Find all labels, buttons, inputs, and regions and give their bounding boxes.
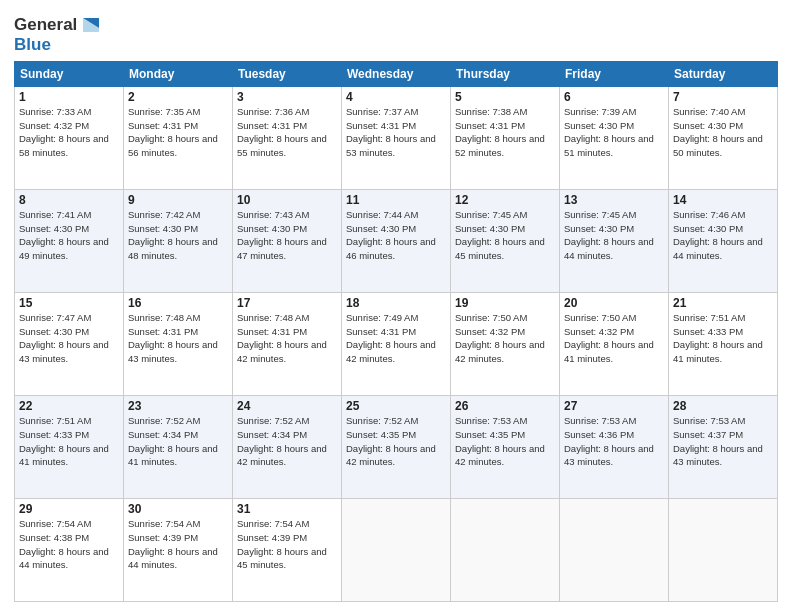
week-row-3: 15 Sunrise: 7:47 AMSunset: 4:30 PMDaylig… xyxy=(15,292,778,395)
page: General Blue SundayMondayTuesdayWednesda… xyxy=(0,0,792,612)
week-row-1: 1 Sunrise: 7:33 AMSunset: 4:32 PMDayligh… xyxy=(15,86,778,189)
day-number: 17 xyxy=(237,296,337,310)
calendar-cell: 15 Sunrise: 7:47 AMSunset: 4:30 PMDaylig… xyxy=(15,292,124,395)
calendar-cell: 4 Sunrise: 7:37 AMSunset: 4:31 PMDayligh… xyxy=(342,86,451,189)
calendar-cell: 9 Sunrise: 7:42 AMSunset: 4:30 PMDayligh… xyxy=(124,189,233,292)
weekday-header-sunday: Sunday xyxy=(15,61,124,86)
weekday-header-monday: Monday xyxy=(124,61,233,86)
calendar-cell: 5 Sunrise: 7:38 AMSunset: 4:31 PMDayligh… xyxy=(451,86,560,189)
calendar-cell: 25 Sunrise: 7:52 AMSunset: 4:35 PMDaylig… xyxy=(342,395,451,498)
day-number: 31 xyxy=(237,502,337,516)
day-info: Sunrise: 7:38 AMSunset: 4:31 PMDaylight:… xyxy=(455,106,545,158)
calendar-cell xyxy=(451,498,560,601)
weekday-header-saturday: Saturday xyxy=(669,61,778,86)
day-info: Sunrise: 7:52 AMSunset: 4:35 PMDaylight:… xyxy=(346,415,436,467)
day-number: 16 xyxy=(128,296,228,310)
day-number: 8 xyxy=(19,193,119,207)
calendar-cell: 11 Sunrise: 7:44 AMSunset: 4:30 PMDaylig… xyxy=(342,189,451,292)
day-info: Sunrise: 7:51 AMSunset: 4:33 PMDaylight:… xyxy=(673,312,763,364)
day-info: Sunrise: 7:54 AMSunset: 4:39 PMDaylight:… xyxy=(237,518,327,570)
day-info: Sunrise: 7:49 AMSunset: 4:31 PMDaylight:… xyxy=(346,312,436,364)
day-info: Sunrise: 7:50 AMSunset: 4:32 PMDaylight:… xyxy=(455,312,545,364)
day-info: Sunrise: 7:52 AMSunset: 4:34 PMDaylight:… xyxy=(128,415,218,467)
day-number: 19 xyxy=(455,296,555,310)
day-info: Sunrise: 7:43 AMSunset: 4:30 PMDaylight:… xyxy=(237,209,327,261)
day-number: 1 xyxy=(19,90,119,104)
calendar-cell: 7 Sunrise: 7:40 AMSunset: 4:30 PMDayligh… xyxy=(669,86,778,189)
calendar-cell: 14 Sunrise: 7:46 AMSunset: 4:30 PMDaylig… xyxy=(669,189,778,292)
day-info: Sunrise: 7:47 AMSunset: 4:30 PMDaylight:… xyxy=(19,312,109,364)
day-info: Sunrise: 7:48 AMSunset: 4:31 PMDaylight:… xyxy=(237,312,327,364)
calendar-cell: 2 Sunrise: 7:35 AMSunset: 4:31 PMDayligh… xyxy=(124,86,233,189)
day-info: Sunrise: 7:37 AMSunset: 4:31 PMDaylight:… xyxy=(346,106,436,158)
day-info: Sunrise: 7:53 AMSunset: 4:37 PMDaylight:… xyxy=(673,415,763,467)
day-number: 30 xyxy=(128,502,228,516)
day-number: 23 xyxy=(128,399,228,413)
day-info: Sunrise: 7:44 AMSunset: 4:30 PMDaylight:… xyxy=(346,209,436,261)
day-info: Sunrise: 7:39 AMSunset: 4:30 PMDaylight:… xyxy=(564,106,654,158)
weekday-header-thursday: Thursday xyxy=(451,61,560,86)
day-number: 14 xyxy=(673,193,773,207)
day-number: 6 xyxy=(564,90,664,104)
weekday-header-friday: Friday xyxy=(560,61,669,86)
calendar-cell: 12 Sunrise: 7:45 AMSunset: 4:30 PMDaylig… xyxy=(451,189,560,292)
day-info: Sunrise: 7:46 AMSunset: 4:30 PMDaylight:… xyxy=(673,209,763,261)
day-number: 15 xyxy=(19,296,119,310)
day-info: Sunrise: 7:42 AMSunset: 4:30 PMDaylight:… xyxy=(128,209,218,261)
day-number: 25 xyxy=(346,399,446,413)
calendar-cell xyxy=(669,498,778,601)
day-number: 24 xyxy=(237,399,337,413)
calendar-cell: 19 Sunrise: 7:50 AMSunset: 4:32 PMDaylig… xyxy=(451,292,560,395)
day-info: Sunrise: 7:36 AMSunset: 4:31 PMDaylight:… xyxy=(237,106,327,158)
day-info: Sunrise: 7:33 AMSunset: 4:32 PMDaylight:… xyxy=(19,106,109,158)
calendar-cell: 1 Sunrise: 7:33 AMSunset: 4:32 PMDayligh… xyxy=(15,86,124,189)
day-number: 3 xyxy=(237,90,337,104)
logo-icon xyxy=(79,14,101,36)
day-info: Sunrise: 7:52 AMSunset: 4:34 PMDaylight:… xyxy=(237,415,327,467)
day-number: 26 xyxy=(455,399,555,413)
day-info: Sunrise: 7:54 AMSunset: 4:38 PMDaylight:… xyxy=(19,518,109,570)
day-number: 28 xyxy=(673,399,773,413)
day-number: 2 xyxy=(128,90,228,104)
logo-text-blue: Blue xyxy=(14,35,51,54)
header: General Blue xyxy=(14,10,778,55)
day-info: Sunrise: 7:54 AMSunset: 4:39 PMDaylight:… xyxy=(128,518,218,570)
calendar-cell: 28 Sunrise: 7:53 AMSunset: 4:37 PMDaylig… xyxy=(669,395,778,498)
calendar-cell: 27 Sunrise: 7:53 AMSunset: 4:36 PMDaylig… xyxy=(560,395,669,498)
calendar-cell: 20 Sunrise: 7:50 AMSunset: 4:32 PMDaylig… xyxy=(560,292,669,395)
weekday-header-tuesday: Tuesday xyxy=(233,61,342,86)
calendar-table: SundayMondayTuesdayWednesdayThursdayFrid… xyxy=(14,61,778,602)
day-number: 10 xyxy=(237,193,337,207)
calendar-cell: 29 Sunrise: 7:54 AMSunset: 4:38 PMDaylig… xyxy=(15,498,124,601)
logo: General Blue xyxy=(14,14,101,55)
calendar-cell: 3 Sunrise: 7:36 AMSunset: 4:31 PMDayligh… xyxy=(233,86,342,189)
calendar-cell: 6 Sunrise: 7:39 AMSunset: 4:30 PMDayligh… xyxy=(560,86,669,189)
day-info: Sunrise: 7:48 AMSunset: 4:31 PMDaylight:… xyxy=(128,312,218,364)
day-info: Sunrise: 7:40 AMSunset: 4:30 PMDaylight:… xyxy=(673,106,763,158)
day-number: 9 xyxy=(128,193,228,207)
weekday-header-row: SundayMondayTuesdayWednesdayThursdayFrid… xyxy=(15,61,778,86)
day-number: 21 xyxy=(673,296,773,310)
day-number: 20 xyxy=(564,296,664,310)
calendar-cell: 31 Sunrise: 7:54 AMSunset: 4:39 PMDaylig… xyxy=(233,498,342,601)
day-number: 18 xyxy=(346,296,446,310)
calendar-cell: 24 Sunrise: 7:52 AMSunset: 4:34 PMDaylig… xyxy=(233,395,342,498)
day-number: 22 xyxy=(19,399,119,413)
day-info: Sunrise: 7:45 AMSunset: 4:30 PMDaylight:… xyxy=(455,209,545,261)
week-row-2: 8 Sunrise: 7:41 AMSunset: 4:30 PMDayligh… xyxy=(15,189,778,292)
day-number: 5 xyxy=(455,90,555,104)
calendar-cell: 26 Sunrise: 7:53 AMSunset: 4:35 PMDaylig… xyxy=(451,395,560,498)
day-info: Sunrise: 7:41 AMSunset: 4:30 PMDaylight:… xyxy=(19,209,109,261)
calendar-cell xyxy=(560,498,669,601)
day-number: 27 xyxy=(564,399,664,413)
day-number: 13 xyxy=(564,193,664,207)
day-info: Sunrise: 7:53 AMSunset: 4:36 PMDaylight:… xyxy=(564,415,654,467)
day-info: Sunrise: 7:35 AMSunset: 4:31 PMDaylight:… xyxy=(128,106,218,158)
week-row-5: 29 Sunrise: 7:54 AMSunset: 4:38 PMDaylig… xyxy=(15,498,778,601)
day-info: Sunrise: 7:53 AMSunset: 4:35 PMDaylight:… xyxy=(455,415,545,467)
day-number: 12 xyxy=(455,193,555,207)
calendar-cell: 8 Sunrise: 7:41 AMSunset: 4:30 PMDayligh… xyxy=(15,189,124,292)
day-number: 7 xyxy=(673,90,773,104)
calendar-cell: 22 Sunrise: 7:51 AMSunset: 4:33 PMDaylig… xyxy=(15,395,124,498)
calendar-cell: 21 Sunrise: 7:51 AMSunset: 4:33 PMDaylig… xyxy=(669,292,778,395)
